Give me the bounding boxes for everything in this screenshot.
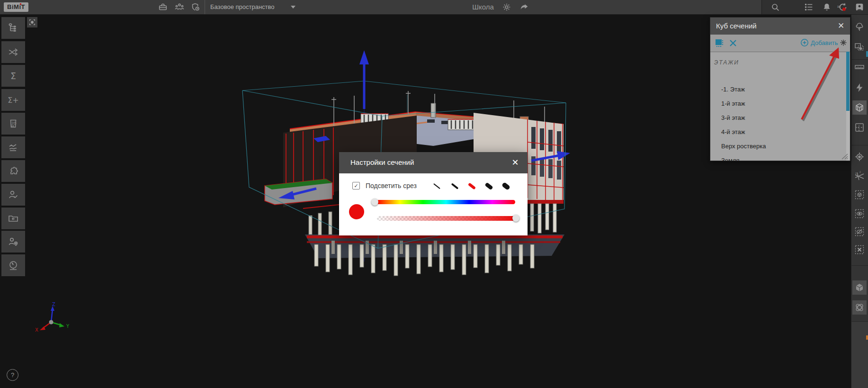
annotation-layer [0, 0, 868, 388]
red-arrow-annotation [802, 47, 839, 121]
application-window: Z X Y BiMiT Базовое пространство Школа [0, 0, 868, 388]
